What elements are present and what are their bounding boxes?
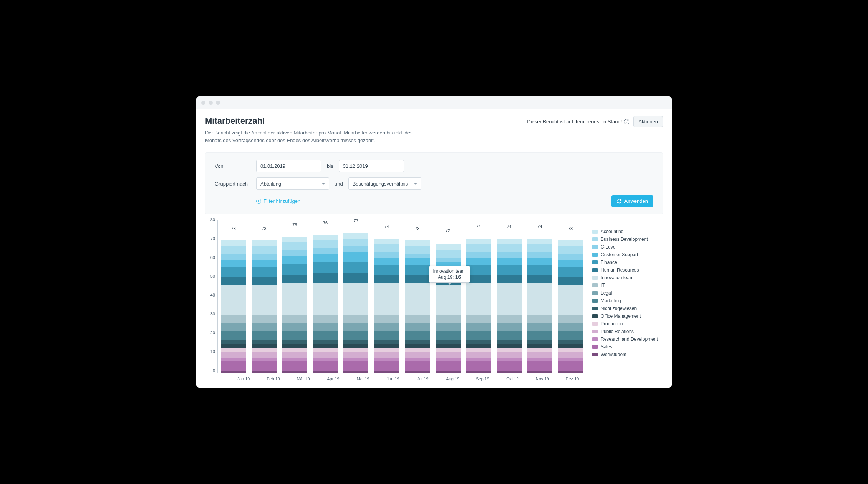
bar-segment[interactable] xyxy=(374,275,399,283)
bar-segment[interactable] xyxy=(252,323,277,331)
bar-segment[interactable] xyxy=(374,348,399,352)
bar-segment[interactable] xyxy=(252,315,277,323)
bar-segment[interactable] xyxy=(343,352,368,358)
bar-stack[interactable] xyxy=(466,231,491,373)
bar-segment[interactable] xyxy=(527,340,552,344)
bar-segment[interactable] xyxy=(405,323,430,331)
bar-segment[interactable] xyxy=(497,275,522,283)
bar-segment[interactable] xyxy=(466,315,491,323)
bar-segment[interactable] xyxy=(466,239,491,244)
bar-segment[interactable] xyxy=(405,258,430,265)
bar-segment[interactable] xyxy=(343,371,368,373)
bar-segment[interactable] xyxy=(405,331,430,340)
bar-segment[interactable] xyxy=(252,277,277,285)
bar-segment[interactable] xyxy=(282,358,307,361)
bar-segment[interactable] xyxy=(343,239,368,246)
legend-item[interactable]: Research and Development xyxy=(592,336,663,342)
legend-item[interactable]: Innovation team xyxy=(592,275,663,280)
bar-segment[interactable] xyxy=(558,254,583,260)
bar-segment[interactable] xyxy=(221,240,246,246)
bar-segment[interactable] xyxy=(558,246,583,254)
apply-button[interactable]: Anwenden xyxy=(611,195,653,207)
bar-segment[interactable] xyxy=(527,323,552,331)
legend-item[interactable]: Human Resources xyxy=(592,267,663,273)
bar-segment[interactable] xyxy=(558,260,583,267)
bar-segment[interactable] xyxy=(221,323,246,331)
bar-segment[interactable] xyxy=(221,254,246,260)
bar-segment[interactable] xyxy=(282,275,307,283)
bar-segment[interactable] xyxy=(466,344,491,348)
bar-segment[interactable] xyxy=(221,246,246,254)
bar-segment[interactable] xyxy=(374,239,399,244)
bar-segment[interactable] xyxy=(313,348,338,352)
bar-stack[interactable] xyxy=(313,227,338,373)
bar-segment[interactable] xyxy=(527,331,552,340)
bar-segment[interactable] xyxy=(527,244,552,252)
bar-segment[interactable] xyxy=(343,361,368,371)
legend-item[interactable]: Business Development xyxy=(592,237,663,242)
bar-segment[interactable] xyxy=(558,285,583,315)
bar-segment[interactable] xyxy=(282,323,307,331)
bar-segment[interactable] xyxy=(436,331,461,340)
bar-segment[interactable] xyxy=(436,323,461,331)
bar-segment[interactable] xyxy=(405,344,430,348)
legend-item[interactable]: Customer Support xyxy=(592,252,663,257)
bar-segment[interactable] xyxy=(252,371,277,373)
bar-segment[interactable] xyxy=(466,283,491,315)
bar-segment[interactable] xyxy=(282,371,307,373)
bar-segment[interactable] xyxy=(405,348,430,352)
bar-segment[interactable] xyxy=(313,361,338,371)
bar-segment[interactable] xyxy=(497,340,522,344)
group1-select[interactable]: Abteilung xyxy=(256,177,329,190)
bar-segment[interactable] xyxy=(282,361,307,371)
bar-segment[interactable] xyxy=(343,283,368,315)
bar-segment[interactable] xyxy=(466,331,491,340)
bar-segment[interactable] xyxy=(374,358,399,361)
bar-stack[interactable] xyxy=(252,233,277,373)
bar-segment[interactable] xyxy=(527,315,552,323)
legend-item[interactable]: Marketing xyxy=(592,298,663,303)
bar-segment[interactable] xyxy=(313,358,338,361)
bar-segment[interactable] xyxy=(436,352,461,358)
bar-segment[interactable] xyxy=(221,260,246,267)
bar-segment[interactable] xyxy=(313,273,338,283)
bar-segment[interactable] xyxy=(466,371,491,373)
to-date-input[interactable]: 31.12.2019 xyxy=(339,160,404,172)
bar-segment[interactable] xyxy=(466,358,491,361)
bar-segment[interactable] xyxy=(558,267,583,277)
bar-segment[interactable] xyxy=(282,331,307,340)
bar-segment[interactable] xyxy=(252,340,277,344)
bar-segment[interactable] xyxy=(282,344,307,348)
legend-item[interactable]: Nicht zugewiesen xyxy=(592,306,663,311)
bar-segment[interactable] xyxy=(252,254,277,260)
bar-segment[interactable] xyxy=(282,264,307,275)
bar-stack[interactable] xyxy=(497,231,522,373)
bar-segment[interactable] xyxy=(252,240,277,246)
bar-segment[interactable] xyxy=(436,358,461,361)
legend-item[interactable]: C-Level xyxy=(592,244,663,250)
bar-segment[interactable] xyxy=(374,315,399,323)
bar-segment[interactable] xyxy=(282,237,307,242)
bar-segment[interactable] xyxy=(313,352,338,358)
bar-segment[interactable] xyxy=(497,252,522,258)
bar-segment[interactable] xyxy=(343,323,368,331)
bar-segment[interactable] xyxy=(282,315,307,323)
bar-segment[interactable] xyxy=(252,348,277,352)
bar-segment[interactable] xyxy=(374,344,399,348)
bar-segment[interactable] xyxy=(252,352,277,358)
bar-segment[interactable] xyxy=(436,348,461,352)
bar-segment[interactable] xyxy=(558,344,583,348)
bar-segment[interactable] xyxy=(558,352,583,358)
bar-stack[interactable] xyxy=(405,233,430,373)
bar-segment[interactable] xyxy=(527,358,552,361)
legend-item[interactable]: Production xyxy=(592,321,663,327)
bar-segment[interactable] xyxy=(313,248,338,254)
bar-segment[interactable] xyxy=(374,283,399,315)
bar-segment[interactable] xyxy=(497,344,522,348)
bar-stack[interactable] xyxy=(221,233,246,373)
bar-segment[interactable] xyxy=(252,358,277,361)
bar-segment[interactable] xyxy=(466,348,491,352)
bar-segment[interactable] xyxy=(436,361,461,371)
bar-segment[interactable] xyxy=(221,348,246,352)
bar-segment[interactable] xyxy=(374,352,399,358)
